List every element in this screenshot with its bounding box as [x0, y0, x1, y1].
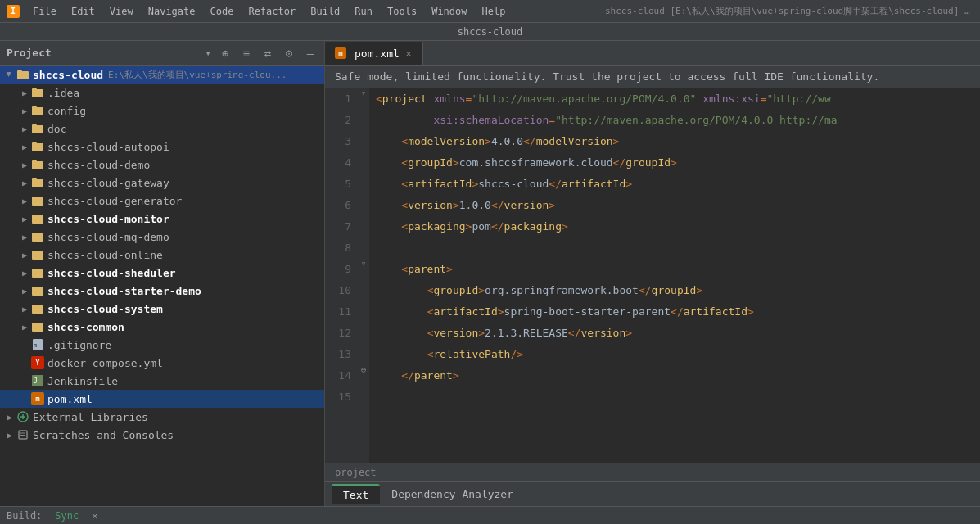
- tree-item-mqdemo[interactable]: ▶ shccs-cloud-mq-demo: [0, 228, 324, 246]
- code-area[interactable]: <project xmlns="http://maven.apache.org/…: [369, 88, 980, 463]
- tree-item-monitor[interactable]: ▶ shccs-cloud-monitor: [0, 210, 324, 228]
- tab-bar: m pom.xml ✕: [325, 41, 980, 66]
- fold-1[interactable]: ▿: [358, 88, 369, 97]
- svg-rect-17: [32, 215, 37, 217]
- menu-build[interactable]: Build: [304, 4, 346, 19]
- tree-item-idea[interactable]: ▶ .idea: [0, 84, 324, 102]
- code-line-8: [376, 237, 980, 259]
- tree-item-doc[interactable]: ▶ doc: [0, 120, 324, 138]
- menu-run[interactable]: Run: [348, 4, 379, 19]
- line-num-15: 15: [325, 386, 351, 408]
- tree-item-gitignore[interactable]: ▶ m .gitignore: [0, 336, 324, 354]
- sidebar-settings-btn[interactable]: ⚙: [282, 46, 296, 61]
- tree-item-demo[interactable]: ▶ shccs-cloud-demo: [0, 156, 324, 174]
- tree-item-starterdemo[interactable]: ▶ shccs-cloud-starter-demo: [0, 282, 324, 300]
- jenkins-icon: J: [31, 374, 44, 387]
- menu-file[interactable]: File: [26, 4, 63, 19]
- root-arrow: ▶: [3, 68, 16, 81]
- doc-folder-icon: [31, 122, 44, 135]
- tree-item-common[interactable]: ▶ shccs-common: [0, 318, 324, 336]
- menu-window[interactable]: Window: [425, 4, 473, 19]
- idea-arrow: ▶: [18, 86, 31, 99]
- tree-item-external[interactable]: ▶ External Libraries: [0, 408, 324, 426]
- starterdemo-arrow: ▶: [18, 284, 31, 297]
- starterdemo-label: shccs-cloud-starter-demo: [47, 285, 201, 297]
- sidebar-minimize-btn[interactable]: —: [303, 46, 318, 61]
- online-folder-icon: [31, 248, 44, 261]
- code-line-12: <version>2.1.3.RELEASE</version>: [376, 323, 980, 344]
- close-sync-icon[interactable]: ✕: [92, 510, 97, 522]
- build-label: Build:: [7, 510, 42, 522]
- sidebar: Project ▾ ⊕ ≡ ⇄ ⚙ — ▶ shccs-cloud E:\私人\…: [0, 41, 325, 506]
- tab-pom-close[interactable]: ✕: [404, 47, 413, 60]
- online-label: shccs-cloud-online: [47, 249, 163, 261]
- safe-mode-text: Safe mode, limited functionality. Trust …: [335, 70, 879, 83]
- menu-view[interactable]: View: [103, 4, 140, 19]
- mqdemo-folder-icon: [31, 230, 44, 243]
- scratches-arrow: ▶: [3, 428, 16, 441]
- sidebar-layout-btn[interactable]: ⇄: [260, 46, 275, 61]
- tree-item-system[interactable]: ▶ shccs-cloud-system: [0, 300, 324, 318]
- tree-item-config[interactable]: ▶ config: [0, 102, 324, 120]
- demo-label: shccs-cloud-demo: [47, 159, 150, 171]
- svg-text:J: J: [34, 377, 38, 385]
- tree-item-online[interactable]: ▶ shccs-cloud-online: [0, 246, 324, 264]
- sidebar-dropdown-arrow[interactable]: ▾: [205, 47, 211, 59]
- tab-pom-label: pom.xml: [355, 47, 400, 60]
- breadcrumb-bar: project: [325, 463, 980, 481]
- menu-refactor[interactable]: Refactor: [242, 4, 302, 19]
- tree-item-pom[interactable]: ▶ m pom.xml: [0, 390, 324, 408]
- menu-code[interactable]: Code: [204, 4, 241, 19]
- line-numbers: 1 2 3 4 5 6 7 8 9 10 11 12 13 14 15: [325, 88, 358, 463]
- code-line-1: <project xmlns="http://maven.apache.org/…: [376, 88, 980, 110]
- line-num-12: 12: [325, 323, 351, 344]
- bottom-tab-analyzer[interactable]: Dependency Analyzer: [380, 485, 525, 504]
- fold-9[interactable]: ▿: [358, 259, 369, 268]
- menu-edit[interactable]: Edit: [65, 4, 102, 19]
- jenkins-label: Jenkinsfile: [47, 375, 118, 387]
- code-line-13: <relativePath/>: [376, 344, 980, 365]
- tree-item-sheduler[interactable]: ▶ shccs-cloud-sheduler: [0, 264, 324, 282]
- sheduler-arrow: ▶: [18, 266, 31, 279]
- window-title-bar: shccs-cloud: [0, 23, 980, 41]
- system-label: shccs-cloud-system: [47, 303, 163, 315]
- tree-item-docker[interactable]: ▶ Y docker-compose.yml: [0, 354, 324, 372]
- tab-pom[interactable]: m pom.xml ✕: [325, 42, 423, 65]
- menu-tools[interactable]: Tools: [381, 4, 423, 19]
- sidebar-title: Project: [7, 47, 198, 59]
- doc-label: doc: [47, 123, 66, 135]
- app-icon: I: [7, 5, 20, 18]
- menu-help[interactable]: Help: [476, 4, 513, 19]
- starterdemo-folder-icon: [31, 284, 44, 297]
- tree-item-autopoi[interactable]: ▶ shccs-cloud-autopoi: [0, 138, 324, 156]
- menu-navigate[interactable]: Navigate: [142, 4, 202, 19]
- generator-folder-icon: [31, 194, 44, 207]
- tree-item-gateway[interactable]: ▶ shccs-cloud-gateway: [0, 174, 324, 192]
- svg-rect-19: [32, 233, 37, 235]
- tree-root[interactable]: ▶ shccs-cloud E:\私人\我的项目\vue+spring-clou…: [0, 66, 324, 84]
- tree-item-jenkins[interactable]: ▶ J Jenkinsfile: [0, 372, 324, 390]
- sync-label[interactable]: Sync: [55, 510, 79, 522]
- generator-label: shccs-cloud-generator: [47, 195, 182, 207]
- code-line-4: <groupId>com.shccsframework.cloud</group…: [376, 152, 980, 174]
- tree-item-scratches[interactable]: ▶ Scratches and Consoles: [0, 426, 324, 444]
- external-arrow: ▶: [3, 410, 16, 423]
- gateway-folder-icon: [31, 176, 44, 189]
- common-folder-icon: [31, 320, 44, 333]
- svg-rect-7: [32, 124, 37, 127]
- code-line-5: <artifactId>shccs-cloud</artifactId>: [376, 174, 980, 195]
- menu-bar: I File Edit View Navigate Code Refactor …: [0, 0, 980, 23]
- svg-rect-1: [17, 70, 22, 73]
- sidebar-add-btn[interactable]: ⊕: [218, 46, 233, 61]
- pom-icon: m: [31, 392, 44, 405]
- external-label: External Libraries: [33, 411, 148, 423]
- root-label: shccs-cloud: [33, 69, 103, 81]
- tree-item-generator[interactable]: ▶ shccs-cloud-generator: [0, 192, 324, 210]
- menu-bar-left: I File Edit View Navigate Code Refactor …: [7, 4, 605, 19]
- bottom-tab-text[interactable]: Text: [332, 484, 380, 504]
- code-line-15: [376, 386, 980, 408]
- sidebar-list-btn[interactable]: ≡: [239, 46, 254, 61]
- editor-content: 1 2 3 4 5 6 7 8 9 10 11 12 13 14 15 ▿ ▿ …: [325, 88, 980, 463]
- fold-13[interactable]: ⊖: [358, 365, 369, 374]
- line-num-2: 2: [325, 110, 351, 131]
